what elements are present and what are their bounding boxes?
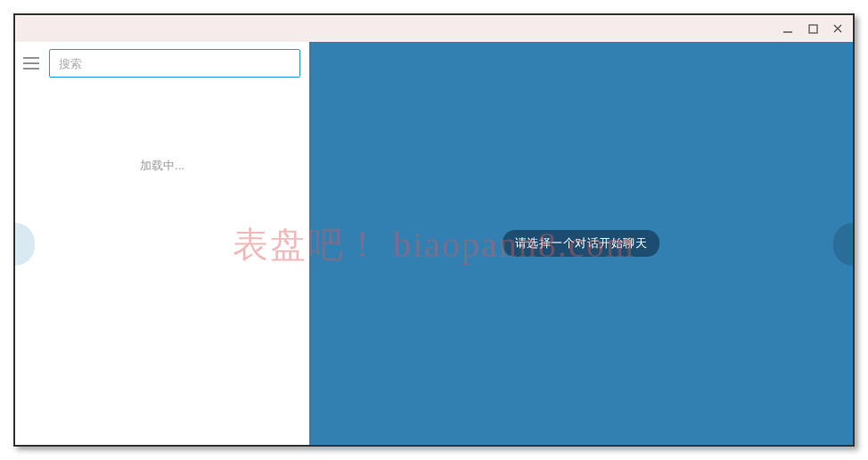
- titlebar: [15, 15, 853, 42]
- hamburger-icon: [23, 57, 39, 70]
- app-window: 加载中... 请选择一个对话开始聊天 表盘吧！ biaopann8.com: [13, 13, 855, 447]
- close-button[interactable]: [828, 19, 848, 38]
- close-icon: [832, 23, 843, 34]
- client-area: 加载中... 请选择一个对话开始聊天 表盘吧！ biaopann8.com: [15, 42, 853, 445]
- left-header: [15, 42, 309, 85]
- conversation-list-pane: 加载中...: [15, 42, 309, 445]
- minimize-icon: [782, 23, 793, 34]
- empty-chat-prompt: 请选择一个对话开始聊天: [503, 230, 660, 257]
- chat-pane: 请选择一个对话开始聊天: [309, 42, 853, 445]
- minimize-button[interactable]: [778, 19, 798, 38]
- search-input[interactable]: [49, 49, 300, 78]
- svg-rect-1: [809, 25, 817, 33]
- menu-button[interactable]: [20, 53, 42, 74]
- maximize-icon: [808, 24, 818, 34]
- maximize-button[interactable]: [803, 19, 823, 38]
- loading-text: 加载中...: [15, 158, 309, 174]
